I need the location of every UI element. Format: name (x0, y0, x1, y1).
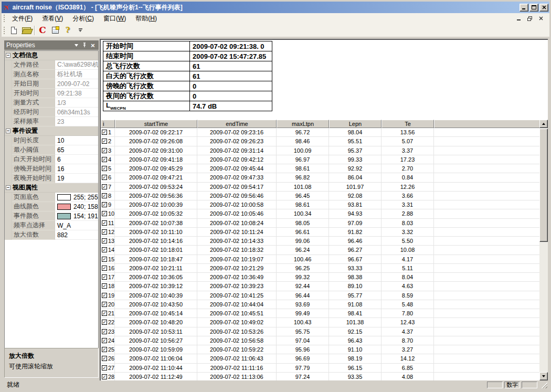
event-row[interactable]: ✓282009-07-02 11:12:492009-07-02 11:13:0… (101, 373, 539, 380)
row-checkbox[interactable]: ✓ (102, 211, 107, 216)
property-value[interactable]: 10 (55, 136, 98, 145)
column-header-Te[interactable]: Te (382, 120, 434, 128)
property-row[interactable]: 开始日期2009-07-02 (5, 79, 98, 89)
row-checkbox[interactable]: ✓ (102, 365, 107, 370)
event-row[interactable]: ✓142009-07-02 10:18:012009-07-02 10:18:3… (101, 246, 539, 255)
scroll-down-button[interactable] (539, 372, 548, 380)
property-row[interactable]: 文件路径C:\awa6298\机场 (5, 60, 98, 70)
row-checkbox[interactable]: ✓ (102, 293, 107, 298)
resize-grip[interactable] (541, 382, 547, 388)
vertical-scrollbar[interactable] (539, 120, 548, 380)
panel-close-icon[interactable]: × (89, 41, 97, 49)
event-row[interactable]: ✓212009-07-02 10:45:142009-07-02 10:45:5… (101, 309, 539, 318)
property-section-header[interactable]: −视图属性 (5, 183, 98, 193)
row-checkbox[interactable]: ✓ (102, 283, 107, 289)
color-swatch[interactable] (57, 204, 71, 210)
column-header-maxLtpn[interactable]: maxLtpn (277, 120, 329, 128)
event-row[interactable]: ✓82009-07-02 09:56:362009-07-02 09:56:46… (101, 192, 539, 200)
menu-item-view[interactable]: 查看(V) (37, 14, 68, 23)
mdi-close-button[interactable] (536, 15, 545, 23)
property-row[interactable]: 事件颜色154; 191; 18 (5, 211, 98, 221)
column-header-endTime[interactable]: endTime (197, 120, 277, 128)
property-row[interactable]: 夜晚开始时间19 (5, 174, 98, 183)
event-row[interactable]: ✓52009-07-02 09:45:292009-07-02 09:45:44… (101, 164, 539, 173)
event-row[interactable]: ✓202009-07-02 10:43:502009-07-02 10:44:0… (101, 300, 539, 309)
property-row[interactable]: 页面底色255; 255; 25 (5, 193, 98, 202)
event-row[interactable]: ✓42009-07-02 09:41:182009-07-02 09:42:12… (101, 155, 539, 164)
property-section-header[interactable]: −文档信息 (5, 51, 98, 60)
row-checkbox[interactable]: ✓ (102, 193, 107, 198)
event-row[interactable]: ✓192009-07-02 10:40:392009-07-02 10:41:2… (101, 291, 539, 300)
menu-item-file[interactable]: 文件(F) (7, 14, 37, 23)
row-checkbox[interactable]: ✓ (102, 274, 107, 280)
row-checkbox[interactable]: ✓ (102, 247, 107, 252)
mdi-minimize-button[interactable] (514, 15, 523, 23)
event-row[interactable]: ✓12009-07-02 09:22:172009-07-02 09:23:16… (101, 128, 539, 137)
menu-item-analyze[interactable]: 分析(C) (68, 14, 99, 23)
property-row[interactable]: 白天开始时间6 (5, 155, 98, 164)
row-checkbox[interactable]: ✓ (102, 166, 107, 171)
property-value[interactable]: C:\awa6298\机场 (55, 60, 98, 70)
scroll-up-button[interactable] (539, 120, 548, 128)
property-row[interactable]: 曲线颜色240; 158; 15 (5, 202, 98, 211)
property-value[interactable]: W_A (55, 221, 98, 230)
row-checkbox[interactable]: ✓ (102, 356, 107, 361)
column-header-startTime[interactable]: startTime (115, 120, 197, 128)
mdi-restore-button[interactable] (525, 15, 534, 23)
menu-item-window[interactable]: 窗口(W) (99, 14, 131, 23)
row-checkbox[interactable]: ✓ (102, 238, 107, 243)
row-checkbox[interactable]: ✓ (102, 220, 107, 226)
property-value[interactable]: 240; 158; 15 (55, 202, 98, 211)
toolbar-toolbar-options-button[interactable] (74, 25, 87, 36)
event-row[interactable]: ✓172009-07-02 10:36:052009-07-02 10:36:4… (101, 273, 539, 282)
event-row[interactable]: ✓112009-07-02 10:07:382009-07-02 10:08:2… (101, 219, 539, 228)
row-checkbox[interactable]: ✓ (102, 139, 107, 144)
scrollbar-thumb[interactable] (539, 129, 548, 242)
event-row[interactable]: ✓132009-07-02 10:14:162009-07-02 10:14:3… (101, 237, 539, 246)
event-row[interactable]: ✓222009-07-02 10:48:202009-07-02 10:49:0… (101, 318, 539, 327)
property-value[interactable]: 882 (55, 230, 98, 240)
property-value[interactable]: 06h34m13s (55, 108, 98, 117)
collapse-minus-icon[interactable]: − (6, 129, 10, 133)
collapse-minus-icon[interactable]: − (6, 185, 10, 190)
row-checkbox[interactable]: ✓ (102, 329, 107, 334)
property-value[interactable]: 6 (55, 155, 98, 164)
event-row[interactable]: ✓62009-07-02 09:47:212009-07-02 09:47:33… (101, 173, 539, 182)
row-checkbox[interactable]: ✓ (102, 320, 107, 325)
event-row[interactable]: ✓162009-07-02 10:21:112009-07-02 10:21:2… (101, 264, 539, 273)
event-row[interactable]: ✓72009-07-02 09:53:242009-07-02 09:54:17… (101, 183, 539, 192)
toolbar-c-weighting-button[interactable]: C (36, 25, 49, 36)
property-row[interactable]: 傍晚开始时间16 (5, 164, 98, 174)
column-header-Lepn[interactable]: Lepn (329, 120, 382, 128)
property-row[interactable]: 时间长度10 (5, 136, 98, 145)
row-checkbox[interactable]: ✓ (102, 175, 107, 180)
maximize-button[interactable] (529, 4, 538, 12)
event-row[interactable]: ✓102009-07-02 10:05:322009-07-02 10:05:4… (101, 209, 539, 218)
property-value[interactable]: 255; 255; 25 (55, 193, 98, 202)
menubar-grip-handle[interactable] (4, 15, 5, 22)
row-checkbox[interactable]: ✓ (102, 229, 107, 235)
row-checkbox[interactable]: ✓ (102, 266, 107, 271)
event-row[interactable]: ✓152009-07-02 10:18:472009-07-02 10:19:0… (101, 255, 539, 264)
toolbar-help-button[interactable]: ? (61, 25, 74, 36)
row-checkbox[interactable]: ✓ (102, 148, 107, 153)
toolbar-open-file-button[interactable] (20, 25, 33, 36)
event-row[interactable]: ✓22009-07-02 09:26:082009-07-02 09:26:23… (101, 137, 539, 146)
property-value[interactable]: 65 (55, 145, 98, 155)
color-swatch[interactable] (57, 194, 71, 200)
toolbar-properties-button[interactable] (49, 25, 61, 36)
property-value[interactable]: 16 (55, 164, 98, 174)
color-swatch[interactable] (57, 213, 71, 219)
event-row[interactable]: ✓262009-07-02 11:06:042009-07-02 11:06:4… (101, 354, 539, 363)
property-value[interactable]: 19 (55, 174, 98, 183)
row-checkbox[interactable]: ✓ (102, 157, 107, 162)
row-checkbox[interactable]: ✓ (102, 257, 107, 262)
panel-menu-chevron-icon[interactable] (72, 41, 80, 49)
row-checkbox[interactable]: ✓ (102, 338, 107, 343)
event-row[interactable]: ✓272009-07-02 11:10:442009-07-02 11:11:1… (101, 364, 539, 373)
column-header-i[interactable]: i (101, 120, 115, 128)
property-section-header[interactable]: −事件设置 (5, 126, 98, 136)
menu-item-help[interactable]: 帮助(H) (131, 14, 162, 23)
property-value[interactable]: 栎社机场 (55, 70, 98, 79)
event-row[interactable]: ✓232009-07-02 10:53:112009-07-02 10:53:2… (101, 327, 539, 336)
